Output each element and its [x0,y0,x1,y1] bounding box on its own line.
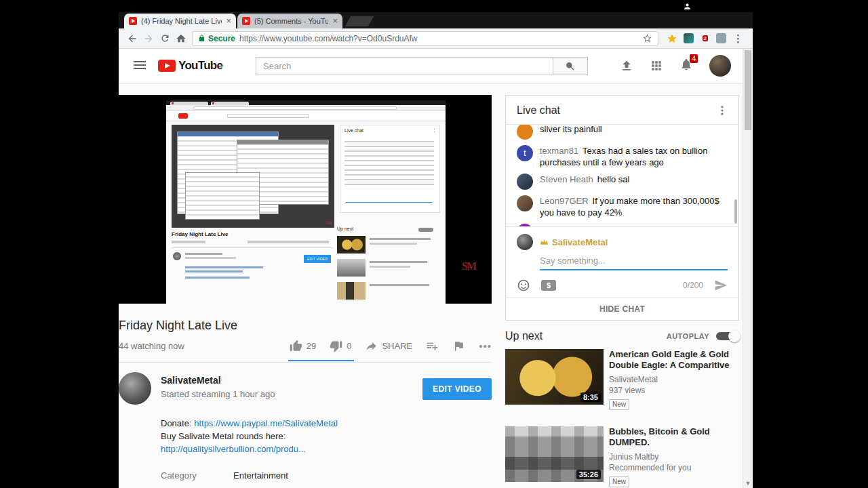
like-count: 29 [307,341,316,351]
chat-avatar[interactable] [517,174,533,190]
watch-page-content: SM Live chat ⋮ Friday Night Late Live [119,83,753,488]
page-scrollbar[interactable]: ▼ [743,49,753,488]
screen: (4) Friday Night Late Live × (5) Comment… [0,0,868,488]
flag-button[interactable] [452,340,465,352]
chat-menu-icon[interactable]: ⋮ [717,104,728,117]
extension-icon-with-badge[interactable]: 2 [696,30,713,47]
youtube-favicon [242,17,250,25]
chat-message: Leon97GERIf you make more than 300,000$ … [506,192,738,221]
video-thumbnail[interactable]: 8:35 [505,349,604,405]
channel-name[interactable]: SalivateMetal [161,375,275,386]
home-button[interactable] [173,30,189,47]
channel-row: SalivateMetal Started streaming 1 hour a… [119,372,492,405]
youtube-page: YouTube 4 [119,49,753,488]
chat-avatar[interactable]: t [517,145,533,161]
forward-button[interactable] [140,30,157,47]
chat-scrollbar[interactable] [734,199,737,224]
apps-grid-icon[interactable] [650,59,663,73]
up-next-header: Up next AUTOPLAY [505,330,739,342]
browser-window: (4) Friday Night Late Live × (5) Comment… [119,12,753,488]
back-button[interactable] [124,30,140,47]
live-chat-title: Live chat [517,104,560,117]
add-to-playlist-button[interactable] [426,340,439,352]
tab-title: (5) Comments - YouTube [254,17,328,25]
channel-watermark: SM [462,260,475,272]
up-next-item[interactable]: 35:26 Bubbles, Bitcoin & Gold DUMPED. Ju… [505,426,739,487]
share-button[interactable]: SHARE [365,340,412,352]
tab-friday-night[interactable]: (4) Friday Night Late Live × [124,14,236,28]
hide-chat-button[interactable]: HIDE CHAT [506,298,738,320]
search-button[interactable] [553,57,588,75]
donate-link[interactable]: https://www.paypal.me/SalivateMetal [194,418,338,428]
autoplay-toggle[interactable] [716,332,739,340]
video-title: Friday Night Late Live [119,319,492,333]
chat-avatar[interactable] [517,195,533,211]
scrollbar-down-arrow[interactable]: ▼ [743,479,753,488]
new-tab-button[interactable] [345,16,374,26]
hamburger-menu-icon[interactable] [134,61,146,71]
extension-icon[interactable] [713,30,729,47]
thumb-up-icon [290,340,302,352]
duration-badge: 8:35 [580,392,601,402]
send-icon[interactable] [714,279,728,292]
close-tab-icon[interactable]: × [226,17,231,25]
chat-message: silver its painfull [506,125,738,142]
chat-input-area: SalivateMetal Say something... $ 0/200 [506,226,738,298]
youtube-logo[interactable]: YouTube [158,59,222,73]
dislike-button[interactable]: 0 [330,340,351,352]
new-badge: New [609,399,629,410]
account-avatar[interactable] [709,55,731,77]
category-label: Category [161,470,233,481]
live-chat-panel: Live chat ⋮ silver its painfull t texman… [505,95,739,321]
youtube-play-badge-icon [158,60,176,72]
owner-name: SalivateMetal [552,237,608,247]
more-actions-button[interactable]: ••• [479,340,492,352]
notifications-bell[interactable]: 4 [679,58,693,74]
search-input[interactable] [256,57,553,75]
tab-strip: (4) Friday Night Late Live × (5) Comment… [119,12,753,28]
url-text: https://www.youtube.com/watch?v=Od0uSrdu… [239,34,642,43]
share-icon [365,340,378,352]
video-frame-content: SM Live chat ⋮ Friday Night Late Live [166,100,446,304]
padlock-icon [198,35,205,42]
autoplay-label: AUTOPLAY [667,332,709,340]
secure-label: Secure [208,34,235,43]
address-bar[interactable]: Secure https://www.youtube.com/watch?v=O… [192,31,658,46]
mini-video-title: Friday Night Late Live [172,231,229,237]
playlist-add-icon [426,340,439,352]
youtube-favicon [129,17,137,25]
like-button[interactable]: 29 [290,340,316,352]
category-value[interactable]: Entertainment [233,470,288,481]
channel-avatar[interactable] [119,372,151,405]
extension-star-icon[interactable] [664,30,680,47]
chat-avatar[interactable]: A [517,224,533,226]
bookmark-star-icon[interactable] [642,33,652,43]
video-thumbnail[interactable]: 35:26 [505,426,604,482]
chat-message: t texman81Texas had a sales tax on bulli… [506,142,738,171]
emoji-icon[interactable] [517,279,530,292]
up-next-item[interactable]: 8:35 American Gold Eagle & Gold Double E… [505,349,739,410]
video-player[interactable]: SM Live chat ⋮ Friday Night Late Live [119,95,492,304]
mini-watermark: SM [326,221,332,225]
close-tab-icon[interactable]: × [332,17,338,25]
youtube-logo-text: YouTube [178,59,222,73]
extension-badge: 2 [703,35,708,41]
chat-text-input[interactable]: Say something... [540,256,728,270]
chat-avatar[interactable] [517,125,533,140]
edit-video-button[interactable]: EDIT VIDEO [422,378,492,400]
upload-icon[interactable] [620,59,633,73]
item-views: Recommended for you [609,463,738,472]
scrollbar-thumb[interactable] [745,50,751,130]
tab-comments[interactable]: (5) Comments - YouTube × [237,14,342,28]
char-counter: 0/200 [683,281,703,290]
thumb-down-icon [330,340,342,352]
stream-started-text: Started streaming 1 hour ago [161,389,275,399]
notification-count-badge: 4 [690,54,698,63]
extension-icon[interactable] [680,30,696,47]
reload-button[interactable] [157,30,173,47]
item-title[interactable]: American Gold Eagle & Gold Double Eagle:… [609,349,738,371]
shop-link[interactable]: http://qualitysilverbullion.com/produ... [161,444,306,454]
item-title[interactable]: Bubbles, Bitcoin & Gold DUMPED. [609,426,738,448]
superchat-icon[interactable]: $ [541,280,556,291]
browser-menu-icon[interactable]: ⋮ [729,33,747,45]
